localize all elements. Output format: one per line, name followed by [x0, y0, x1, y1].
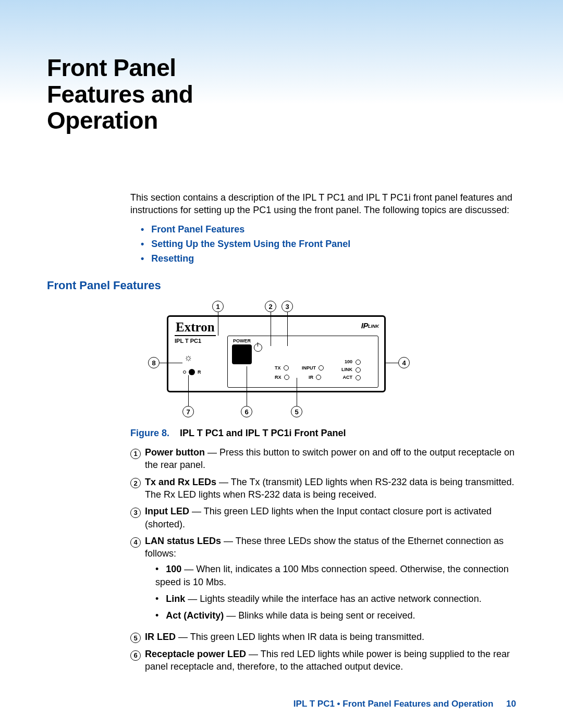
callout-1: 1 — [212, 301, 224, 312]
feature-term: Input LED — [145, 506, 189, 516]
device-outline: Extron IPL T PC1 ☼ R POWER TX RX I — [167, 315, 386, 392]
power-symbol-icon — [254, 343, 262, 352]
footer-page-number: 10 — [506, 699, 516, 709]
model-label: IPL T PC1 — [175, 338, 201, 344]
input-led-label: INPUT — [302, 365, 324, 371]
feature-item: 1 Power button — Press this button to sw… — [130, 446, 516, 472]
iplink-logo: IPLINK — [361, 321, 379, 330]
page-title: Front Panel Features and Operation — [47, 55, 516, 134]
brightness-icon: ☼ — [184, 352, 193, 363]
callout-marker: 3 — [130, 508, 141, 518]
feature-item: 3 Input LED — This green LED lights when… — [130, 505, 516, 530]
leader-line — [287, 312, 288, 346]
led-icon — [284, 365, 289, 371]
callout-6: 6 — [241, 406, 252, 417]
feature-term: Receptacle power LED — [145, 649, 246, 659]
page: Front Panel Features and Operation This … — [0, 0, 563, 709]
topic-link[interactable]: Resetting — [141, 252, 516, 266]
ir-led-label: IR — [309, 375, 321, 380]
reset-button-group: R — [183, 369, 201, 375]
title-line3: Operation — [47, 107, 158, 134]
led-icon — [284, 375, 289, 380]
tx-led-label: TX — [275, 365, 289, 371]
callout-marker: 1 — [130, 449, 141, 459]
iplink-ip: IP — [361, 321, 368, 330]
control-panel-inset: POWER TX RX INPUT IR 100 LINK ACT — [227, 336, 378, 388]
leader-line — [271, 312, 271, 346]
leader-line — [247, 366, 247, 406]
power-label: POWER — [232, 338, 252, 343]
callout-7: 7 — [182, 406, 194, 417]
leader-line — [297, 378, 297, 406]
feature-term: Power button — [145, 447, 205, 458]
title-line1: Front Panel — [47, 54, 176, 81]
callout-5: 5 — [291, 406, 302, 417]
rx-led-label: RX — [275, 375, 289, 380]
front-panel-diagram: Extron IPL T PC1 ☼ R POWER TX RX I — [141, 300, 412, 419]
section-heading: Front Panel Features — [47, 279, 516, 292]
brand-label: Extron — [175, 320, 216, 336]
lan-led-group: 100 LINK ACT — [341, 358, 361, 381]
power-button-icon — [232, 344, 252, 364]
feature-item: 5 IR LED — This green LED lights when IR… — [130, 631, 516, 644]
callout-marker: 4 — [130, 537, 141, 548]
callout-3: 3 — [282, 301, 293, 312]
callout-8: 8 — [148, 357, 160, 368]
power-button-group: POWER — [232, 338, 252, 364]
leader-line — [159, 363, 182, 363]
feature-term: IR LED — [145, 632, 176, 642]
leader-line — [188, 375, 189, 406]
led-icon — [319, 365, 324, 371]
callout-marker: 6 — [130, 650, 141, 661]
callout-2: 2 — [265, 301, 276, 312]
topic-link-list: Front Panel Features Setting Up the Syst… — [141, 223, 516, 266]
feature-item: 2 Tx and Rx LEDs — The Tx (transmit) LED… — [130, 476, 516, 501]
feature-term: LAN status LEDs — [145, 536, 221, 546]
title-line2: Features and — [47, 81, 193, 108]
figure-label: Figure 8. — [130, 428, 169, 438]
topic-link[interactable]: Setting Up the System Using the Front Pa… — [141, 237, 516, 252]
leader-line — [218, 312, 218, 336]
feature-subitem: Link — Lights steadily while the interfa… — [155, 593, 516, 605]
feature-item: 4 LAN status LEDs — These three LEDs sho… — [130, 535, 516, 626]
feature-item: 6 Receptacle power LED — This red LED li… — [130, 648, 516, 673]
feature-subitem: Act (Activity) — Blinks while data is be… — [155, 609, 516, 622]
footer-breadcrumb: IPL T PC1 • Front Panel Features and Ope… — [293, 699, 494, 709]
reset-label: R — [198, 369, 201, 375]
led-icon — [356, 375, 361, 380]
callout-marker: 2 — [130, 478, 141, 488]
reset-led-icon — [189, 369, 195, 375]
callout-4: 4 — [398, 357, 410, 368]
front-panel-figure: Extron IPL T PC1 ☼ R POWER TX RX I — [141, 300, 516, 419]
reset-pinhole-icon — [183, 371, 186, 374]
led-icon — [316, 375, 321, 380]
feature-subitem: 100 — When lit, indicates a 100 Mbs conn… — [155, 563, 516, 588]
intro-paragraph: This section contains a description of t… — [130, 191, 516, 217]
callout-marker: 5 — [130, 633, 141, 643]
iplink-link: LINK — [368, 324, 379, 329]
feature-list: 1 Power button — Press this button to sw… — [130, 446, 516, 673]
led-icon — [356, 360, 361, 365]
feature-sublist: 100 — When lit, indicates a 100 Mbs conn… — [155, 563, 516, 622]
feature-text: — This green LED lights when IR data is … — [176, 632, 424, 642]
figure-caption: Figure 8. IPL T PC1 and IPL T PC1i Front… — [130, 428, 516, 439]
feature-text: — This green LED lights when the Input c… — [145, 506, 492, 529]
leader-line — [386, 363, 399, 363]
figure-text: IPL T PC1 and IPL T PC1i Front Panel — [180, 428, 346, 438]
led-icon — [356, 367, 361, 373]
feature-term: Tx and Rx LEDs — [145, 477, 216, 487]
page-footer: IPL T PC1 • Front Panel Features and Ope… — [293, 699, 516, 709]
topic-link[interactable]: Front Panel Features — [141, 223, 516, 237]
